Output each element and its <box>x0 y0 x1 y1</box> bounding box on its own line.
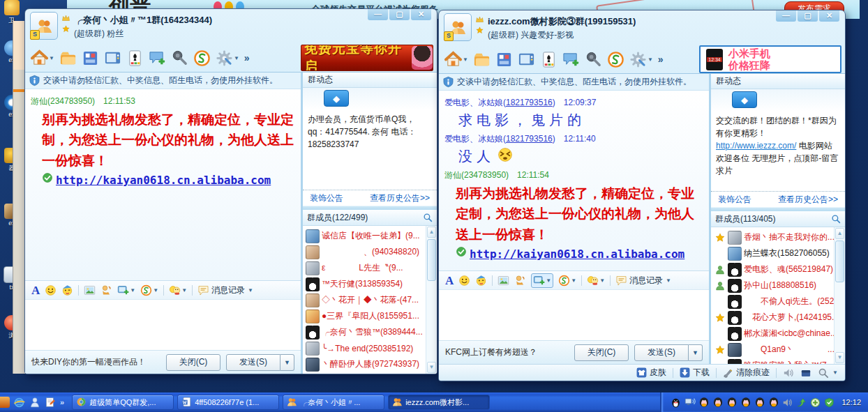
panel-collapse-button[interactable]: ◆ <box>732 91 757 108</box>
member-row[interactable]: ε L先生〝(9... <box>306 260 426 276</box>
magic-expression-button[interactable] <box>100 284 112 296</box>
search-member-icon[interactable] <box>423 213 433 222</box>
member-row[interactable]: 不偷人qi先生。(252... <box>714 293 834 310</box>
send-options-button[interactable]: ▼ <box>689 344 703 361</box>
member-row[interactable]: ╰→The end(250385192) <box>306 340 426 356</box>
voice-chat-button[interactable] <box>583 49 604 70</box>
member-row[interactable]: Q1an9丶 ... <box>714 342 834 358</box>
maximize-button[interactable]: ▢ <box>798 10 818 22</box>
member-row[interactable]: 晚安晚安晚入我心™(7... <box>714 358 834 364</box>
emoticon-button[interactable] <box>45 284 57 296</box>
more-tools-button[interactable]: » <box>656 54 666 65</box>
ad-banner[interactable]: 免费元宝等你开启 <box>301 45 433 71</box>
window-titlebar[interactable]: S ╭奈何丶小姐〃™1群(164234344) (超级群) 粉丝 — ▢ ✕ <box>25 9 437 44</box>
messenger-icon[interactable] <box>28 396 41 409</box>
anti-disturb-button[interactable]: ▼ <box>587 275 605 287</box>
internet-explorer-icon[interactable] <box>13 396 26 409</box>
send-image-button[interactable] <box>84 284 96 296</box>
search-member-icon[interactable] <box>831 214 841 224</box>
video-room-button[interactable] <box>516 49 537 70</box>
scroll-down-arrow[interactable]: ▼ <box>835 352 844 363</box>
decor-announcement-link[interactable]: 装饰公告 <box>310 192 343 204</box>
group-games-button[interactable] <box>124 48 146 68</box>
group-avatar[interactable]: S <box>444 13 472 41</box>
scroll-down-arrow[interactable]: ▼ <box>427 362 436 373</box>
soso-input-button[interactable]: ▼ <box>140 284 158 296</box>
close-window-button[interactable]: ✕ <box>819 10 839 22</box>
group-album-button[interactable] <box>80 48 101 68</box>
message-history-button[interactable]: 消息记录▼ <box>615 275 671 287</box>
magic-expression-button[interactable] <box>514 275 526 287</box>
ad-banner[interactable]: 12:34 小米手机价格狂降 <box>699 45 841 73</box>
member-row[interactable]: ™天行健(313859354) <box>306 276 426 292</box>
member-row[interactable]: ╭奈何丶雪狼™(8389444... <box>306 324 426 340</box>
minimize-button[interactable]: — <box>368 9 388 20</box>
chat-message-area[interactable]: 游仙(234783950) 12:11:53别再为挑选礼物发愁了，精确定位，专业… <box>25 89 301 280</box>
member-row[interactable]: 爱电影、魂(565219847) <box>714 261 834 277</box>
history-announcement-link[interactable]: 查看历史公告>> <box>778 194 838 206</box>
scroll-thumb[interactable] <box>427 239 436 281</box>
member-scrollbar[interactable]: ▲ ▼ <box>834 227 845 364</box>
minimize-button[interactable]: — <box>776 10 796 22</box>
shared-files-button[interactable] <box>471 49 493 70</box>
message-history-button[interactable]: 消息记录▼ <box>197 284 253 296</box>
scroll-up-arrow[interactable]: ▲ <box>427 227 436 238</box>
shared-files-button[interactable] <box>57 48 79 68</box>
taskbar-button[interactable]: 超级简单QQ群发,... <box>72 395 174 410</box>
member-row[interactable]: 孙中山(188808516) <box>714 277 834 293</box>
video-room-button[interactable] <box>102 48 124 68</box>
member-row[interactable]: 郴水潇湘<icbc@chinae... <box>714 326 834 342</box>
tray-qq-group-icon[interactable] <box>740 397 751 409</box>
tray-security-shield-icon[interactable] <box>823 397 835 409</box>
tray-qq-group-icon[interactable] <box>712 397 724 409</box>
tray-qq-icon[interactable] <box>670 397 682 409</box>
panel-collapse-button[interactable]: ◆ <box>324 90 349 107</box>
tray-qq-group-icon[interactable] <box>726 397 738 409</box>
message-input[interactable] <box>25 300 301 350</box>
screen-capture-button[interactable]: ▼ <box>531 273 553 288</box>
screen-capture-button[interactable]: ▼ <box>117 284 135 296</box>
download-button[interactable]: 下载 <box>680 367 710 379</box>
more-tools-button[interactable]: » <box>242 52 252 63</box>
tray-qq-group-icon[interactable] <box>754 397 765 409</box>
member-row[interactable]: 丶醉卧伊人膝(972743937) <box>306 356 426 372</box>
skin-button[interactable]: 皮肤 <box>636 367 666 379</box>
history-announcement-link[interactable]: 查看历史公告>> <box>370 192 430 204</box>
taskbar-button[interactable]: ╭奈何丶小姐〃... <box>283 395 384 410</box>
soso-search-button[interactable] <box>191 48 213 68</box>
member-row[interactable]: 花心大萝卜,(1424195... <box>714 310 834 326</box>
custom-emoticon-button[interactable] <box>475 275 487 287</box>
group-settings-button[interactable]: ▼ <box>214 48 241 68</box>
send-button[interactable]: 发送(S) <box>634 344 689 361</box>
member-row[interactable]: 、(940348820) <box>306 244 426 260</box>
tray-qq-group-icon[interactable] <box>698 397 710 409</box>
font-style-button[interactable]: A <box>31 284 40 296</box>
tray-volume-icon[interactable] <box>781 397 793 409</box>
sound-button[interactable] <box>783 367 794 379</box>
quick-launch-overflow-chevron[interactable]: » <box>59 398 66 406</box>
promo-tip-link[interactable]: KFC网上订餐有烤翅送？ <box>445 346 537 358</box>
close-chat-button[interactable]: 关闭(C) <box>574 344 629 361</box>
message-input[interactable] <box>439 290 709 340</box>
tray-qq-group-icon[interactable] <box>768 397 779 409</box>
tray-network-icon[interactable] <box>684 397 696 409</box>
group-settings-button[interactable]: ▼ <box>627 49 655 70</box>
custom-emoticon-button[interactable] <box>61 284 73 296</box>
maximize-button[interactable]: ▢ <box>389 9 410 20</box>
taskbar-button[interactable]: iezzz.com微村影... <box>388 395 490 410</box>
emoticon-button[interactable] <box>458 275 470 287</box>
clear-traces-button[interactable]: 清除痕迹 <box>723 367 770 379</box>
voice-chat-button[interactable] <box>169 48 190 68</box>
group-avatar[interactable]: S <box>30 12 58 40</box>
font-style-button[interactable]: A <box>445 275 454 287</box>
decor-announcement-link[interactable]: 装饰公告 <box>718 194 751 206</box>
tray-health-icon[interactable] <box>809 397 821 409</box>
zoom-button[interactable]: ▼ <box>818 367 838 379</box>
panel-mode-button[interactable] <box>800 367 811 379</box>
taskbar-button[interactable]: 4ff508226f77e (1... <box>177 395 279 410</box>
ad-message-link[interactable]: http://kaiyan0618.cn.alibaba.com <box>56 172 271 188</box>
notes-app-icon[interactable] <box>43 396 57 409</box>
send-image-button[interactable] <box>497 275 509 287</box>
scroll-up-arrow[interactable]: ▲ <box>835 228 844 239</box>
create-discussion-button[interactable] <box>147 48 168 68</box>
